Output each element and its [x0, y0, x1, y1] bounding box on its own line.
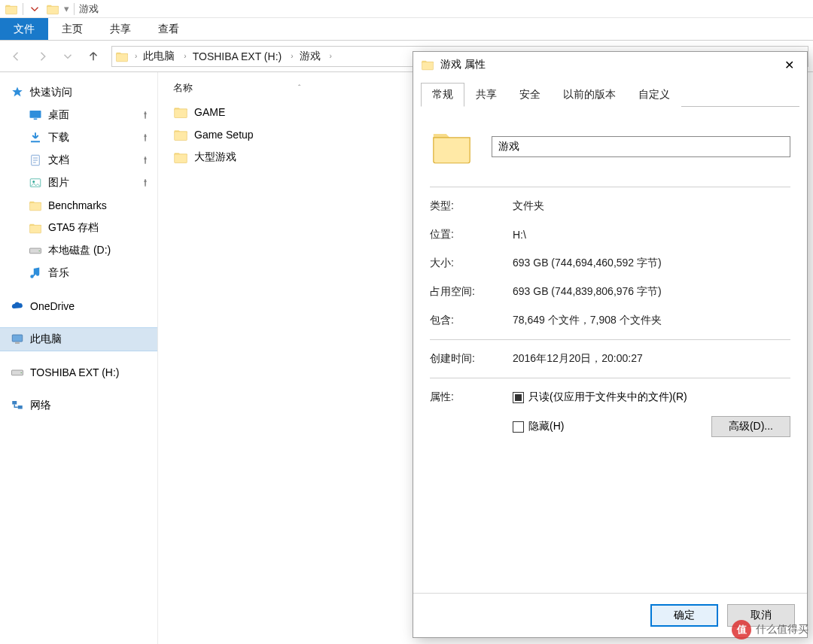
watermark: 值 什么值得买: [732, 620, 808, 639]
checkbox-empty-icon: [513, 421, 524, 433]
nav-forward-button[interactable]: [35, 49, 50, 64]
desktop-icon: [29, 108, 42, 122]
nav-documents[interactable]: 文档: [0, 149, 157, 172]
breadcrumb-item[interactable]: 游戏: [297, 50, 324, 63]
separator: [74, 3, 75, 15]
navigation-pane[interactable]: 快速访问 桌面 下载 文档 图片: [0, 72, 158, 644]
chevron-right-icon: ›: [325, 52, 333, 60]
ribbon-file-label: 文件: [14, 23, 35, 36]
chevron-right-icon: ›: [179, 52, 187, 60]
nav-pictures[interactable]: 图片: [0, 172, 157, 194]
prop-created-value: 2016年12月20日，20:00:27: [513, 352, 790, 366]
folder-icon: [5, 2, 18, 16]
folder-icon: [173, 105, 188, 120]
ok-button[interactable]: 确定: [650, 604, 718, 627]
ribbon: 文件 主页 共享 查看: [0, 18, 813, 41]
separator: [23, 3, 23, 15]
documents-icon: [29, 153, 42, 167]
prop-created-label: 创建时间:: [430, 352, 513, 366]
svg-rect-2: [30, 111, 41, 118]
folder-name-input[interactable]: 游戏: [492, 136, 790, 157]
onedrive-icon: [11, 299, 24, 313]
nav-downloads[interactable]: 下载: [0, 126, 157, 149]
prop-size-value: 693 GB (744,694,460,592 字节): [513, 257, 790, 270]
separator: [430, 339, 790, 340]
dialog-titlebar[interactable]: 游戏 属性 ✕: [413, 52, 807, 77]
svg-rect-8: [15, 342, 20, 344]
watermark-badge-icon: 值: [732, 620, 751, 639]
nav-back-button[interactable]: [9, 49, 24, 64]
folder-icon: [421, 58, 434, 71]
watermark-text: 什么值得买: [756, 623, 808, 636]
nav-music[interactable]: 音乐: [0, 262, 157, 284]
ribbon-tab-share[interactable]: 共享: [96, 18, 145, 40]
ribbon-file-tab[interactable]: 文件: [0, 18, 48, 40]
chevron-down-icon: [61, 50, 75, 63]
ribbon-tab-home[interactable]: 主页: [48, 18, 96, 40]
separator: [430, 378, 790, 378]
nav-this-pc[interactable]: 此电脑: [0, 328, 157, 351]
music-icon: [29, 266, 42, 280]
dialog-body: 游戏 类型: 文件夹 位置: H:\ 大小: 693 GB (744,694,4…: [413, 107, 807, 593]
close-icon: ✕: [784, 59, 794, 71]
pin-icon: [141, 156, 150, 165]
hidden-checkbox[interactable]: 隐藏(H): [513, 420, 564, 433]
svg-rect-10: [18, 406, 23, 409]
nav-network[interactable]: 网络: [0, 394, 157, 417]
nav-desktop[interactable]: 桌面: [0, 104, 157, 126]
folder-icon: [430, 125, 473, 169]
advanced-button[interactable]: 高级(D)...: [711, 416, 790, 437]
qat-chevron-icon[interactable]: [28, 2, 41, 16]
column-header-name[interactable]: 名称: [173, 81, 193, 95]
drive-icon: [11, 366, 24, 379]
arrow-right-icon: [35, 50, 49, 63]
prop-type-label: 类型:: [430, 199, 513, 213]
pin-icon: [141, 178, 150, 187]
chevron-right-icon: ›: [130, 52, 139, 60]
breadcrumb-item[interactable]: TOSHIBA EXT (H:): [190, 50, 285, 62]
window-titlebar: ▾ 游戏: [0, 0, 813, 18]
nav-local-disk-d[interactable]: 本地磁盘 (D:): [0, 239, 157, 262]
nav-gta5[interactable]: GTA5 存档: [0, 217, 157, 239]
nav-up-button[interactable]: [86, 49, 101, 64]
dialog-close-button[interactable]: ✕: [778, 58, 799, 72]
pin-icon: [141, 133, 150, 142]
window-title: 游戏: [79, 2, 99, 16]
folder-icon: [173, 127, 188, 142]
properties-dialog: 游戏 属性 ✕ 常规 共享 安全 以前的版本 自定义 游戏 类型: 文件夹 位置…: [413, 51, 808, 638]
this-pc-icon: [11, 333, 24, 346]
pin-icon: [141, 111, 150, 120]
prop-contains-value: 78,649 个文件，7,908 个文件夹: [513, 314, 790, 327]
breadcrumb-item[interactable]: 此电脑: [140, 50, 178, 63]
nav-benchmarks[interactable]: Benchmarks: [0, 194, 157, 217]
prop-size-label: 大小:: [430, 257, 513, 270]
prop-location-label: 位置:: [430, 228, 513, 242]
dialog-tab-general[interactable]: 常规: [421, 83, 464, 107]
folder-icon: [173, 150, 188, 165]
folder-icon: [46, 2, 59, 16]
svg-rect-9: [12, 401, 17, 405]
svg-point-6: [32, 181, 35, 183]
nav-onedrive[interactable]: OneDrive: [0, 295, 157, 317]
prop-sizeondisk-label: 占用空间:: [430, 285, 513, 299]
ribbon-tab-view[interactable]: 查看: [145, 18, 193, 40]
sort-indicator-icon[interactable]: ˆ: [298, 84, 300, 93]
prop-attributes-label: 属性:: [430, 390, 513, 404]
readonly-checkbox[interactable]: 只读(仅应用于文件夹中的文件)(R): [513, 390, 687, 404]
nav-quick-access[interactable]: 快速访问: [0, 81, 157, 104]
download-icon: [29, 131, 42, 144]
svg-rect-7: [12, 335, 23, 342]
network-icon: [11, 399, 24, 412]
drive-icon: [29, 244, 42, 257]
prop-sizeondisk-value: 693 GB (744,839,806,976 字节): [513, 285, 790, 299]
dialog-tab-previous[interactable]: 以前的版本: [552, 83, 627, 107]
dialog-tab-custom[interactable]: 自定义: [627, 83, 681, 107]
nav-recent-dropdown[interactable]: [60, 49, 75, 64]
arrow-up-icon: [87, 50, 100, 63]
pictures-icon: [29, 176, 42, 190]
prop-contains-label: 包含:: [430, 314, 513, 327]
dialog-tab-share[interactable]: 共享: [464, 83, 508, 107]
dialog-tab-security[interactable]: 安全: [508, 83, 552, 107]
checkbox-indeterminate-icon: [513, 392, 524, 403]
nav-toshiba-ext[interactable]: TOSHIBA EXT (H:): [0, 361, 157, 384]
